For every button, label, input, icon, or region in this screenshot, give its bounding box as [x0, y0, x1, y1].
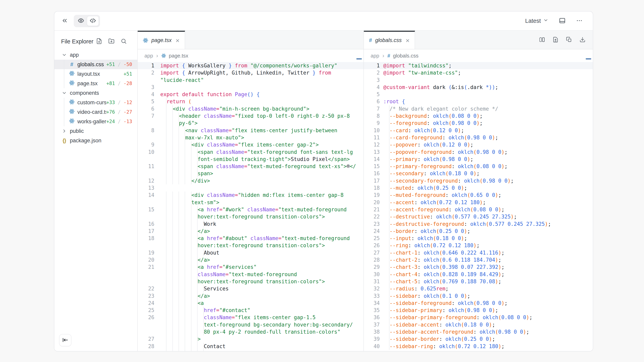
line-number: 9 [138, 141, 154, 148]
code-editor[interactable]: 1@import "tailwindcss";2@import "tw-anim… [364, 62, 593, 351]
download-button[interactable] [579, 36, 586, 43]
code-text: --sidebar-border: oklch(0.25 0 0); [383, 336, 495, 343]
code-text: max-w-7xl mx-auto"> [160, 134, 244, 141]
tab-bar: page.tsx × [138, 31, 364, 49]
version-dropdown[interactable]: Latest [524, 17, 550, 24]
preview-toggle-button[interactable] [75, 16, 87, 26]
code-text: <div className="flex items-center gap-2"… [160, 141, 319, 148]
copy-button[interactable] [566, 36, 572, 43]
code-line: 13 --popover-foreground: oklch(0.98 0 0)… [364, 148, 593, 156]
code-line: 17 --secondary-foreground: oklch(0.98 0 … [364, 177, 593, 184]
code-line: 30 --chart-4: oklch(0.828 0.189 84.429); [364, 271, 593, 278]
folder-row-components[interactable]: components [54, 88, 137, 98]
code-text: --card: oklch(0.12 0 0); [383, 127, 464, 134]
line-number: 33 [364, 292, 380, 300]
folder-row-public[interactable]: public [54, 126, 137, 136]
code-text: /* New dark elegant color scheme */ [383, 105, 498, 112]
react-icon [143, 38, 148, 43]
code-line: 31 --chart-5: oklch(0.769 0.188 70.08); [364, 278, 593, 285]
code-line: 33 --sidebar: oklch(0.1 0 0); [364, 292, 593, 300]
code-text: text-foreground bg-secondary hover:bg-se… [160, 321, 353, 328]
search-files-button[interactable] [120, 38, 127, 45]
code-line: 18 <a href="#about" className="text-mute… [138, 235, 364, 242]
line-number: 15 [138, 206, 154, 213]
line-number: 35 [364, 307, 380, 314]
collapse-sidebar-button[interactable] [59, 334, 72, 346]
line-number: 30 [364, 271, 380, 278]
code-line: 7 /* New dark elegant color scheme */ [364, 105, 593, 112]
code-line: 28 Contact [138, 343, 364, 350]
collapse-panel-button[interactable] [60, 17, 69, 25]
code-line: max-w-7xl mx-auto"> [138, 134, 364, 141]
file-row-layout.tsx[interactable]: layout.tsx+51 [54, 69, 137, 79]
line-number: 21 [364, 206, 380, 213]
code-line: 36 --sidebar-primary-foreground: oklch(0… [364, 314, 593, 321]
line-number: 28 [364, 256, 380, 264]
line-number: 3 [138, 84, 154, 91]
tab-globals-css[interactable]: # globals.css × [364, 31, 415, 49]
code-text: </a> [160, 256, 210, 264]
line-number: 17 [138, 228, 154, 235]
line-number: 25 [138, 307, 154, 314]
code-text: <span className="text-foreground font-sa… [160, 148, 353, 156]
folder-label: app [70, 52, 79, 58]
code-text: <ArrowUpRight className="w-4 h-4" /> [160, 350, 316, 351]
file-row-globals.css[interactable]: #globals.css+51 / -50 [54, 60, 137, 69]
more-options-button[interactable] [575, 17, 584, 25]
file-row-package.json[interactable]: {}package.json [54, 136, 137, 145]
code-line: 41} [364, 350, 593, 351]
file-row-video-card.tsx[interactable]: video-card.tsx+76 / -27 [54, 107, 137, 117]
split-view-button[interactable] [538, 36, 546, 43]
line-number: 32 [364, 285, 380, 292]
code-line: 14 --primary: oklch(0.98 0 0); [364, 156, 593, 163]
search-icon [121, 38, 127, 45]
react-icon [69, 80, 74, 87]
code-line: className="text-muted-foreground [138, 271, 364, 278]
code-line: 23 --destructive-foreground: oklch(0.577… [364, 220, 593, 228]
explorer-title: File Explorer [61, 38, 94, 45]
code-editor[interactable]: 1import { WorksGallery } from "@/compone… [138, 62, 364, 351]
code-toggle-button[interactable] [87, 16, 99, 26]
line-number: 11 [138, 163, 154, 170]
close-icon[interactable]: × [176, 37, 180, 44]
code-line: 80 px-4 py-2 rounded-full transition-col… [138, 328, 364, 336]
code-line: 18 --muted: oklch(0.25 0 0); [364, 184, 593, 192]
code-text: hover:text-foreground transition-colors"… [160, 213, 325, 220]
code-line: 20 </a> [138, 256, 364, 264]
tab-page-tsx[interactable]: page.tsx × [138, 31, 185, 49]
code-line: 21 --accent-foreground: oklch(0.08 0 0); [364, 206, 593, 213]
line-number [138, 213, 154, 220]
code-text: --primary-foreground: oklch(0.08 0 0); [383, 163, 508, 170]
folder-row-app[interactable]: app [54, 50, 137, 60]
file-row-custom-curs[interactable]: custom-curs…+33 / -12 [54, 98, 137, 107]
code-line: 13 [138, 184, 364, 192]
line-number: 29 [364, 264, 380, 271]
editor-pane-globals-css: # globals.css × app › # globals.css 1@im… [364, 31, 593, 351]
code-text: "lucide-react" [160, 76, 204, 84]
code-line: 4@custom-variant dark (&:is(.dark *)); [364, 84, 593, 91]
json-file-icon: {} [62, 138, 66, 144]
line-number: 11 [364, 134, 380, 141]
line-number: 19 [138, 249, 154, 256]
code-line: 8 --background: oklch(0.08 0 0); [364, 112, 593, 120]
code-text: --destructive-foreground: oklch(0.577 0.… [383, 220, 551, 228]
line-number: 23 [364, 220, 380, 228]
code-line: 24 --border: oklch(0.25 0 0); [364, 228, 593, 235]
download-icon [580, 37, 586, 43]
code-text: --sidebar-primary: oklch(0.98 0 0); [383, 307, 498, 314]
close-icon[interactable]: × [406, 37, 410, 44]
new-file-button[interactable] [96, 38, 102, 45]
new-folder-button[interactable] [108, 38, 115, 45]
copy-icon [566, 37, 572, 43]
folder-label: public [70, 128, 84, 134]
line-number [138, 271, 154, 278]
file-diff-button[interactable] [552, 36, 559, 43]
code-text: hover:text-foreground transition-colors"… [160, 242, 325, 249]
code-text: --chart-3: oklch(0.398 0.07 227.392); [383, 264, 504, 271]
file-row-page.tsx[interactable]: page.tsx+81 / -28 [54, 79, 137, 88]
panel-bottom-button[interactable] [558, 17, 566, 25]
file-label: custom-curs… [78, 99, 106, 106]
line-number: 8 [138, 127, 154, 134]
file-row-works-galler[interactable]: works-galler…+24 / -13 [54, 117, 137, 126]
line-number: 14 [138, 192, 154, 199]
